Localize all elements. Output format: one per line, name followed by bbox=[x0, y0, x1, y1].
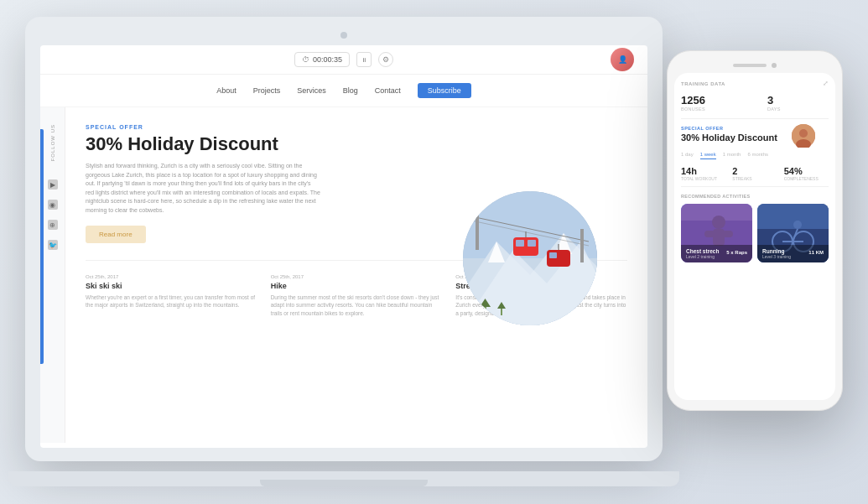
website-nav: About Projects Services Blog Contact Sub… bbox=[40, 75, 647, 107]
svg-rect-13 bbox=[549, 252, 557, 258]
svg-rect-9 bbox=[516, 240, 524, 247]
recommended-label: Recommended activities bbox=[681, 194, 829, 199]
svg-rect-29 bbox=[723, 231, 733, 237]
laptop-body: ⏱ 00:00:35 ⏸ ⚙ 👤 About Projects Services… bbox=[25, 17, 663, 461]
phone-top-bar: Training Data ⤢ bbox=[681, 80, 829, 87]
svg-point-26 bbox=[712, 216, 725, 229]
svg-rect-16 bbox=[580, 229, 584, 262]
blog-card-0: Oct 25th, 2017 Ski ski ski Whether you'r… bbox=[86, 274, 257, 316]
metric-completeness-label: COMPLETENESS bbox=[784, 176, 829, 181]
timer-icon: ⏱ bbox=[302, 55, 309, 64]
activity-card-chest[interactable]: 5 x Raps Chest strech Level 2 training bbox=[681, 204, 752, 262]
activity-km-running: 11 KM bbox=[808, 250, 824, 255]
nav-projects[interactable]: Projects bbox=[253, 86, 281, 95]
dribbble-icon[interactable]: ⊕ bbox=[48, 220, 58, 230]
avatar-img: 👤 bbox=[618, 55, 627, 64]
youtube-icon[interactable]: ▶ bbox=[48, 179, 58, 190]
stat-attendance-value: 3 bbox=[767, 94, 781, 107]
blog-card-title-1: Hike bbox=[271, 282, 443, 290]
blog-card-1: Oct 25th, 2017 Hike During the summer mo… bbox=[271, 274, 443, 316]
blog-card-date-1: Oct 25th, 2017 bbox=[271, 274, 443, 279]
blog-card-text-1: During the summer most of the ski resort… bbox=[271, 294, 443, 316]
metric-workout-label: TOTAL WORKOUT bbox=[681, 176, 725, 181]
stat-bonus: 1256 BONUSES bbox=[681, 94, 705, 112]
twitter-icon[interactable]: 🐦 bbox=[48, 240, 58, 250]
phone-tabs: 1 day 1 week 1 month 6 months bbox=[681, 150, 829, 159]
svg-point-36 bbox=[793, 221, 802, 229]
laptop-screen: ⏱ 00:00:35 ⏸ ⚙ 👤 About Projects Services… bbox=[40, 45, 647, 448]
scene: ⏱ 00:00:35 ⏸ ⚙ 👤 About Projects Services… bbox=[0, 0, 868, 504]
settings-button[interactable]: ⚙ bbox=[378, 52, 393, 67]
stat-attendance-label: DAYS bbox=[767, 107, 781, 112]
stat-bonus-label: BONUSES bbox=[681, 107, 705, 112]
main-content: SPECIAL OFFER 30% Holiday Discount Styli… bbox=[65, 107, 647, 443]
svg-rect-28 bbox=[704, 231, 715, 237]
left-sidebar: FOLLOW US ▶ ◉ ⊕ 🐦 bbox=[40, 107, 65, 443]
stat-bonus-value: 1256 bbox=[681, 94, 705, 107]
svg-point-22 bbox=[799, 129, 808, 138]
timer-box: ⏱ 00:00:35 bbox=[294, 52, 350, 67]
read-more-button[interactable]: Read more bbox=[86, 226, 146, 243]
laptop-camera bbox=[340, 32, 347, 39]
activity-overlay-running: 11 KM Running Level 3 training bbox=[757, 245, 829, 262]
metric-workout-value: 14h bbox=[681, 166, 725, 176]
laptop-base bbox=[8, 471, 679, 486]
phone-expand-icon[interactable]: ⤢ bbox=[823, 80, 829, 87]
phone-user-avatar bbox=[792, 124, 815, 148]
activity-card-running[interactable]: 11 KM Running Level 3 training bbox=[757, 204, 829, 262]
nav-subscribe-button[interactable]: Subscribe bbox=[418, 83, 471, 98]
blog-card-date-0: Oct 25th, 2017 bbox=[86, 274, 257, 279]
nav-about[interactable]: About bbox=[216, 86, 236, 95]
user-avatar[interactable]: 👤 bbox=[611, 48, 634, 71]
gondola-illustration bbox=[463, 191, 597, 325]
metric-completeness-value: 54% bbox=[784, 166, 829, 176]
timer-value: 00:00:35 bbox=[313, 55, 342, 64]
tab-1day[interactable]: 1 day bbox=[681, 150, 694, 159]
phone-camera-area bbox=[674, 63, 835, 68]
metric-workout: 14h TOTAL WORKOUT bbox=[681, 166, 725, 181]
main-description: Stylish and forward thinking, Zurich is … bbox=[86, 162, 320, 215]
tab-1month[interactable]: 1 month bbox=[723, 150, 741, 159]
instagram-icon[interactable]: ◉ bbox=[48, 200, 58, 210]
activity-cards: 5 x Raps Chest strech Level 2 training bbox=[681, 204, 829, 262]
activity-overlay-chest: 5 x Raps Chest strech Level 2 training bbox=[681, 245, 752, 262]
special-offer-label: SPECIAL OFFER bbox=[86, 124, 627, 130]
metric-streaks: 2 STREAKS bbox=[732, 166, 777, 181]
activity-km-chest: 5 x Raps bbox=[726, 250, 747, 255]
phone-metrics: 14h TOTAL WORKOUT 2 STREAKS 54% COMPLETE… bbox=[681, 166, 829, 187]
blog-card-text-0: Whether you're an expert or a first time… bbox=[86, 294, 257, 309]
hero-image bbox=[463, 191, 597, 325]
metric-streaks-label: STREAKS bbox=[732, 176, 777, 181]
nav-blog[interactable]: Blog bbox=[343, 86, 358, 95]
follow-us-text: FOLLOW US bbox=[50, 124, 55, 161]
blog-card-title-0: Ski ski ski bbox=[86, 282, 257, 290]
website-content: FOLLOW US ▶ ◉ ⊕ 🐦 SPECIAL OFFER 30% Holi… bbox=[40, 107, 647, 443]
phone: Training Data ⤢ 1256 BONUSES 3 DAYS bbox=[667, 50, 843, 411]
nav-services[interactable]: Services bbox=[297, 86, 326, 95]
metric-completeness: 54% COMPLETENESS bbox=[784, 166, 829, 181]
tab-6months[interactable]: 6 months bbox=[747, 150, 768, 159]
phone-stats-area: 1256 BONUSES 3 DAYS bbox=[681, 94, 829, 112]
phone-camera bbox=[772, 63, 777, 68]
nav-contact[interactable]: Contact bbox=[375, 86, 401, 95]
blue-accent-bar bbox=[40, 129, 44, 364]
stat-attendance: 3 DAYS bbox=[767, 94, 781, 112]
phone-screen: Training Data ⤢ 1256 BONUSES 3 DAYS bbox=[674, 73, 835, 400]
svg-rect-10 bbox=[528, 240, 536, 247]
main-heading: 30% Holiday Discount bbox=[86, 133, 627, 155]
avatar-svg bbox=[792, 124, 815, 148]
phone-speaker bbox=[733, 64, 767, 67]
divider bbox=[681, 118, 829, 119]
website-topbar: ⏱ 00:00:35 ⏸ ⚙ 👤 bbox=[40, 45, 647, 75]
phone-stats: 1256 BONUSES 3 DAYS bbox=[681, 94, 829, 112]
svg-rect-27 bbox=[713, 229, 725, 246]
training-data-label: Training Data bbox=[681, 81, 725, 86]
laptop: ⏱ 00:00:35 ⏸ ⚙ 👤 About Projects Services… bbox=[25, 17, 663, 486]
svg-rect-15 bbox=[476, 208, 479, 250]
metric-streaks-value: 2 bbox=[732, 166, 777, 176]
pause-button[interactable]: ⏸ bbox=[356, 52, 372, 67]
tab-1week[interactable]: 1 week bbox=[700, 150, 716, 159]
